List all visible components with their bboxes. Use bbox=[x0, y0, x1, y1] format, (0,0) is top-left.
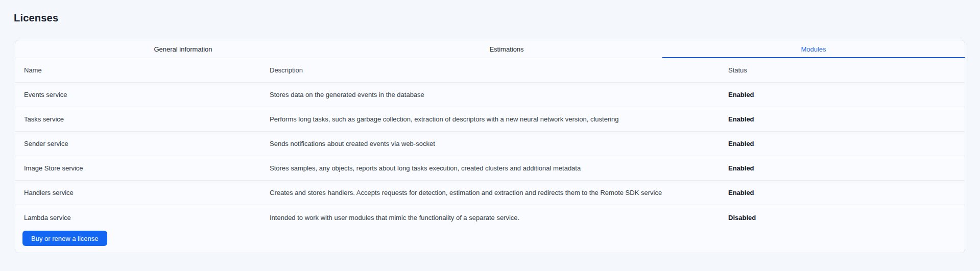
module-description: Performs long tasks, such as garbage col… bbox=[261, 115, 720, 123]
modules-card: General information Estimations Modules … bbox=[15, 40, 965, 253]
module-name: Tasks service bbox=[15, 115, 261, 123]
table-row-handlers-service: Handlers service Creates and stores hand… bbox=[15, 181, 965, 205]
table-row-events-service: Events service Stores data on the genera… bbox=[15, 83, 965, 107]
module-description: Intended to work with user modules that … bbox=[261, 214, 720, 221]
page-title: Licenses bbox=[14, 10, 965, 26]
module-name: Lambda service bbox=[15, 214, 261, 221]
table-row-image-store-service: Image Store service Stores samples, any … bbox=[15, 156, 965, 181]
table-header-row: Name Description Status bbox=[15, 58, 965, 83]
module-status: Enabled bbox=[720, 164, 965, 172]
module-name: Handlers service bbox=[15, 189, 261, 196]
tab-estimations-label: Estimations bbox=[489, 45, 523, 53]
tab-general-information[interactable]: General information bbox=[15, 40, 351, 58]
buy-or-renew-license-button[interactable]: Buy or renew a license bbox=[22, 231, 107, 246]
column-header-name: Name bbox=[15, 66, 261, 74]
module-status: Enabled bbox=[720, 91, 965, 98]
table-row-sender-service: Sender service Sends notifications about… bbox=[15, 132, 965, 156]
module-description: Stores samples, any objects, reports abo… bbox=[261, 164, 720, 172]
tab-estimations[interactable]: Estimations bbox=[351, 40, 662, 58]
module-name: Image Store service bbox=[15, 164, 261, 172]
column-header-status: Status bbox=[720, 66, 965, 74]
card-footer: Buy or renew a license bbox=[15, 230, 965, 253]
module-description: Sends notifications about created events… bbox=[261, 140, 720, 147]
module-status: Enabled bbox=[720, 189, 965, 196]
module-description: Stores data on the generated events in t… bbox=[261, 91, 720, 98]
tab-general-information-label: General information bbox=[154, 45, 212, 53]
table-row-lambda-service: Lambda service Intended to work with use… bbox=[15, 205, 965, 230]
module-status: Enabled bbox=[720, 115, 965, 123]
module-description: Creates and stores handlers. Accepts req… bbox=[261, 189, 720, 196]
table-row-tasks-service: Tasks service Performs long tasks, such … bbox=[15, 107, 965, 132]
license-tabs: General information Estimations Modules bbox=[15, 40, 965, 58]
licenses-page: Licenses General information Estimations… bbox=[0, 0, 980, 253]
module-status: Disabled bbox=[720, 214, 965, 221]
tab-modules[interactable]: Modules bbox=[662, 40, 965, 58]
module-name: Sender service bbox=[15, 140, 261, 147]
column-header-description: Description bbox=[261, 66, 720, 74]
tab-modules-label: Modules bbox=[801, 45, 826, 53]
module-name: Events service bbox=[15, 91, 261, 98]
module-status: Enabled bbox=[720, 140, 965, 147]
